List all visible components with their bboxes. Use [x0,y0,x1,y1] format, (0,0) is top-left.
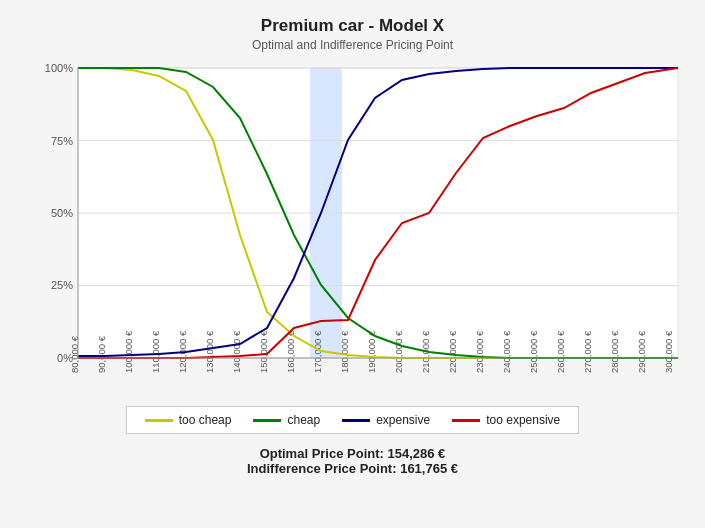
legend-item-too-cheap: too cheap [145,413,232,427]
legend-line-expensive [342,419,370,422]
footer-line2-label: Indifference Price Point: [247,461,397,476]
footer-line1-label: Optimal Price Point: [260,446,384,461]
svg-text:150,000 €: 150,000 € [258,330,269,373]
svg-text:290,000 €: 290,000 € [636,330,647,373]
svg-text:100,000 €: 100,000 € [123,330,134,373]
chart-area: 100% 75% 50% 25% 0% 80,000 € 90,000 € 10… [28,58,688,398]
legend-item-cheap: cheap [253,413,320,427]
chart-container: Premium car - Model X Optimal and Indiff… [0,0,705,528]
svg-text:270,000 €: 270,000 € [582,330,593,373]
footer-text: Optimal Price Point: 154,286 € Indiffere… [247,446,458,476]
legend-item-expensive: expensive [342,413,430,427]
legend-line-cheap [253,419,281,422]
svg-text:140,000 €: 140,000 € [231,330,242,373]
svg-text:90,000 €: 90,000 € [96,335,107,373]
svg-text:25%: 25% [50,279,72,291]
footer-line2-value: 161,765 € [400,461,458,476]
svg-text:75%: 75% [50,135,72,147]
footer-line1-value: 154,286 € [388,446,446,461]
legend-item-too-expensive: too expensive [452,413,560,427]
svg-text:220,000 €: 220,000 € [447,330,458,373]
svg-text:130,000 €: 130,000 € [204,330,215,373]
legend-label-expensive: expensive [376,413,430,427]
chart-title: Premium car - Model X [261,16,444,36]
legend-line-too-cheap [145,419,173,422]
legend-label-too-cheap: too cheap [179,413,232,427]
legend-line-too-expensive [452,419,480,422]
svg-text:300,000 €: 300,000 € [663,330,674,373]
chart-subtitle: Optimal and Indifference Pricing Point [252,38,453,52]
svg-text:280,000 €: 280,000 € [609,330,620,373]
legend-label-too-expensive: too expensive [486,413,560,427]
svg-text:110,000 €: 110,000 € [150,330,161,373]
chart-svg: 100% 75% 50% 25% 0% 80,000 € 90,000 € 10… [28,58,688,398]
svg-text:200,000 €: 200,000 € [393,330,404,373]
svg-text:50%: 50% [50,207,72,219]
svg-text:260,000 €: 260,000 € [555,330,566,373]
svg-text:100%: 100% [44,62,72,74]
svg-text:250,000 €: 250,000 € [528,330,539,373]
legend-label-cheap: cheap [287,413,320,427]
svg-text:180,000 €: 180,000 € [339,330,350,373]
chart-legend: too cheap cheap expensive too expensive [126,406,580,434]
svg-text:240,000 €: 240,000 € [501,330,512,373]
svg-text:230,000 €: 230,000 € [474,330,485,373]
